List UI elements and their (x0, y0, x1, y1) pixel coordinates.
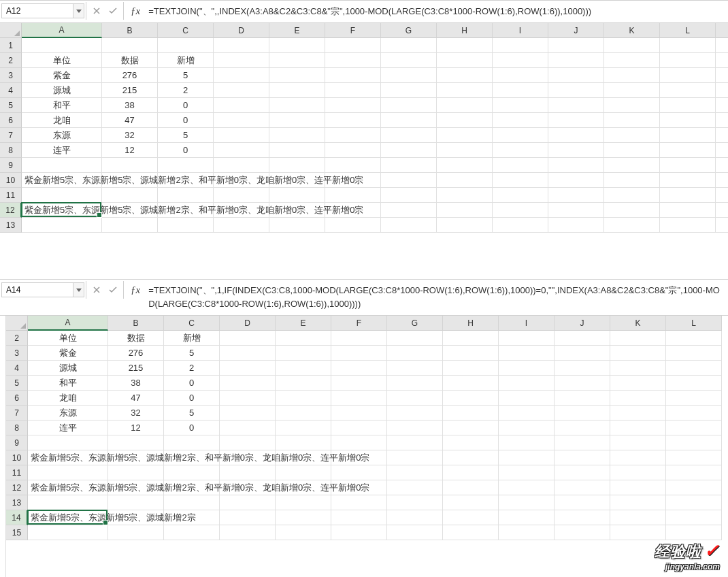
col-header[interactable]: B (102, 23, 158, 38)
cell[interactable] (666, 361, 722, 376)
cell[interactable] (214, 83, 269, 98)
cell[interactable] (164, 435, 220, 450)
cell[interactable] (214, 128, 269, 143)
cell[interactable] (102, 188, 158, 203)
cell[interactable] (666, 480, 722, 495)
cell[interactable]: 0 (158, 113, 214, 128)
cell[interactable] (499, 391, 555, 406)
cell[interactable]: 38 (102, 98, 158, 113)
cell[interactable]: 276 (102, 68, 158, 83)
col-header[interactable]: F (325, 23, 381, 38)
cell[interactable] (443, 510, 499, 525)
row-header[interactable]: 13 (0, 218, 22, 233)
row-header[interactable]: 4 (0, 83, 22, 98)
cell[interactable] (331, 495, 387, 510)
cell[interactable] (220, 406, 276, 421)
cell[interactable]: 龙咱 (22, 113, 102, 128)
cell[interactable] (604, 188, 660, 203)
row-header[interactable]: 8 (6, 421, 28, 435)
cell[interactable] (102, 158, 158, 173)
cell[interactable] (660, 98, 716, 113)
col-header[interactable]: D (220, 316, 276, 331)
name-box[interactable]: A14 (1, 282, 73, 297)
cell[interactable] (437, 128, 493, 143)
cell[interactable] (22, 158, 102, 173)
cell[interactable] (493, 203, 548, 218)
cell[interactable] (443, 421, 499, 435)
row-header[interactable]: 12 (6, 480, 28, 495)
cell[interactable] (387, 510, 443, 525)
cell-grid[interactable]: 单位数据新增紫金2765源城2152和平380龙咱470东源325连平120紫金… (22, 38, 728, 233)
cell[interactable] (610, 525, 666, 540)
cell[interactable] (437, 113, 493, 128)
cell[interactable] (548, 158, 604, 173)
cell[interactable]: 紫金新增5宗、东源新增5宗、源城新增2宗 (28, 510, 108, 525)
cell[interactable] (325, 38, 381, 53)
cell[interactable] (325, 218, 381, 233)
cell[interactable] (610, 391, 666, 406)
cell[interactable] (610, 480, 666, 495)
cell[interactable] (269, 143, 325, 158)
cell[interactable] (660, 203, 716, 218)
cell[interactable] (499, 450, 555, 465)
row-header[interactable]: 4 (6, 361, 28, 376)
cell[interactable] (108, 435, 164, 450)
cell[interactable] (555, 331, 610, 346)
cell[interactable] (269, 218, 325, 233)
cell[interactable]: 0 (164, 376, 220, 391)
cell[interactable] (443, 391, 499, 406)
cell[interactable] (269, 158, 325, 173)
cell[interactable] (164, 525, 220, 540)
col-header[interactable]: D (214, 23, 269, 38)
cell[interactable] (660, 68, 716, 83)
cell[interactable] (437, 83, 493, 98)
cell[interactable] (220, 525, 276, 540)
cell[interactable] (102, 38, 158, 53)
cell[interactable] (220, 331, 276, 346)
cell[interactable] (610, 376, 666, 391)
cell[interactable] (604, 143, 660, 158)
cell[interactable]: 数据 (102, 53, 158, 68)
cell[interactable] (493, 158, 548, 173)
cell[interactable] (269, 38, 325, 53)
cell[interactable]: 紫金 (22, 68, 102, 83)
cell[interactable] (666, 465, 722, 480)
cell[interactable] (604, 203, 660, 218)
cell[interactable] (555, 435, 610, 450)
cell[interactable] (325, 188, 381, 203)
cell[interactable] (28, 435, 108, 450)
cell[interactable] (331, 465, 387, 480)
cell[interactable] (443, 495, 499, 510)
cell[interactable] (387, 346, 443, 361)
col-header[interactable]: M (716, 23, 728, 38)
cell[interactable] (548, 203, 604, 218)
col-header[interactable]: C (164, 316, 220, 331)
row-header[interactable]: 7 (0, 128, 22, 143)
cell[interactable] (548, 83, 604, 98)
cell[interactable] (331, 376, 387, 391)
cell[interactable] (499, 465, 555, 480)
cell[interactable] (499, 361, 555, 376)
cell[interactable] (660, 128, 716, 143)
cell[interactable] (666, 495, 722, 510)
cell[interactable] (660, 83, 716, 98)
cell[interactable] (214, 143, 269, 158)
cell[interactable] (22, 38, 102, 53)
cell[interactable] (331, 435, 387, 450)
cell[interactable] (220, 361, 276, 376)
cell[interactable] (499, 480, 555, 495)
cell[interactable] (443, 480, 499, 495)
cell[interactable] (437, 53, 493, 68)
cell[interactable] (499, 435, 555, 450)
cell[interactable] (493, 53, 548, 68)
cell[interactable] (660, 113, 716, 128)
cell[interactable] (604, 158, 660, 173)
cell[interactable] (660, 173, 716, 188)
cell[interactable]: 紫金新增5宗、东源新增5宗、源城新增2宗、和平新增0宗、龙咱新增0宗、连平新增0… (22, 203, 102, 218)
cell[interactable] (276, 421, 331, 435)
col-header[interactable]: A (28, 316, 108, 331)
row-header[interactable]: 7 (6, 406, 28, 421)
cell[interactable] (331, 331, 387, 346)
cell[interactable]: 5 (158, 128, 214, 143)
cell[interactable] (387, 391, 443, 406)
